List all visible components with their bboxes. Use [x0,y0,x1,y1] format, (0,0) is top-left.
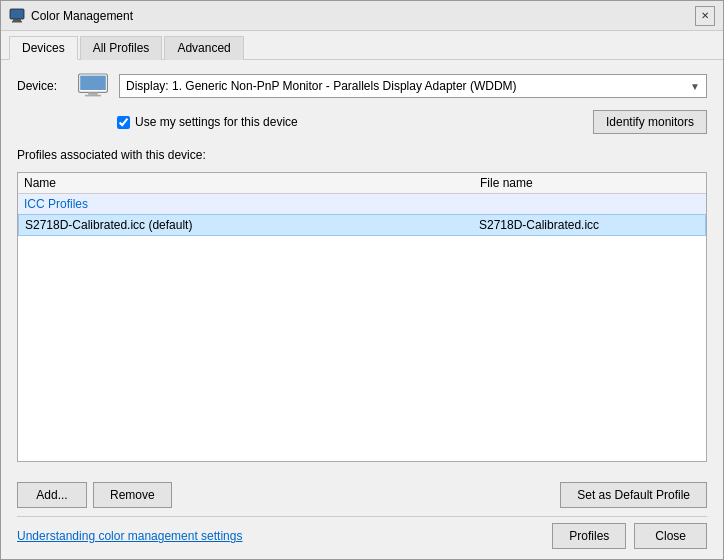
table-row[interactable]: S2718D-Calibrated.icc (default) S2718D-C… [18,214,706,236]
bottom-buttons: Add... Remove Set as Default Profile [1,474,723,516]
window-icon [9,8,25,24]
color-management-window: Color Management ✕ Devices All Profiles … [0,0,724,560]
add-button[interactable]: Add... [17,482,87,508]
close-window-button[interactable]: ✕ [695,6,715,26]
profile-name: S2718D-Calibrated.icc (default) [25,218,479,232]
tab-all-profiles[interactable]: All Profiles [80,36,163,60]
svg-rect-1 [13,19,21,21]
profile-filename: S2718D-Calibrated.icc [479,218,699,232]
table-header: Name File name [18,173,706,194]
identify-monitors-button[interactable]: Identify monitors [593,110,707,134]
device-label: Device: [17,79,67,93]
set-default-button[interactable]: Set as Default Profile [560,482,707,508]
understanding-link[interactable]: Understanding color management settings [17,529,242,543]
title-bar-left: Color Management [9,8,133,24]
dropdown-arrow-icon: ▼ [690,81,700,92]
content-area: Device: Display: 1. Generic Non-PnP Moni… [1,60,723,474]
col-name-header: Name [24,176,480,190]
svg-rect-4 [80,76,106,90]
window-title: Color Management [31,9,133,23]
svg-rect-2 [12,21,22,23]
svg-rect-6 [85,95,101,97]
device-dropdown[interactable]: Display: 1. Generic Non-PnP Monitor - Pa… [119,74,707,98]
tabs-row: Devices All Profiles Advanced [1,31,723,60]
col-filename-header: File name [480,176,700,190]
remove-button[interactable]: Remove [93,482,172,508]
tab-devices[interactable]: Devices [9,36,78,60]
checkbox-identify-row: Use my settings for this device Identify… [117,110,707,134]
close-button[interactable]: Close [634,523,707,549]
device-dropdown-text: Display: 1. Generic Non-PnP Monitor - Pa… [126,79,517,93]
use-settings-label: Use my settings for this device [135,115,298,129]
profiles-button[interactable]: Profiles [552,523,626,549]
table-body: ICC Profiles S2718D-Calibrated.icc (defa… [18,194,706,456]
device-row: Device: Display: 1. Generic Non-PnP Moni… [17,72,707,100]
tab-advanced[interactable]: Advanced [164,36,243,60]
profiles-associated-label: Profiles associated with this device: [17,148,707,162]
title-bar: Color Management ✕ [1,1,723,31]
footer-row: Understanding color management settings … [1,517,723,559]
icc-profiles-group: ICC Profiles [18,194,706,214]
footer-buttons: Profiles Close [552,523,707,549]
profiles-table: Name File name ICC Profiles S2718D-Calib… [17,172,707,462]
use-settings-checkbox[interactable] [117,116,130,129]
svg-rect-0 [10,9,24,19]
monitor-icon [77,72,109,100]
svg-rect-5 [88,92,98,94]
checkbox-area: Use my settings for this device [117,115,583,129]
